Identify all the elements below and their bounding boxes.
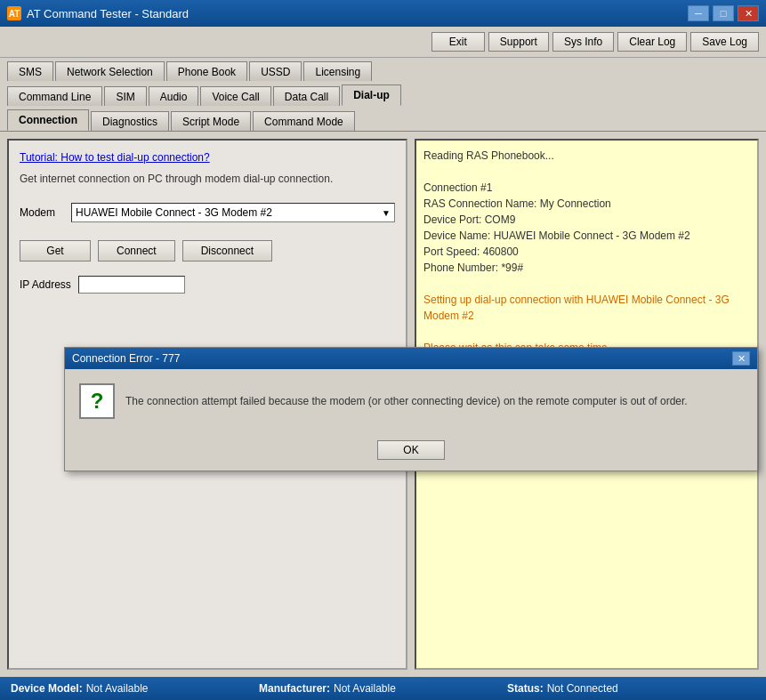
ip-row: IP Address xyxy=(20,276,395,294)
window-title: AT Command Tester - Standard xyxy=(27,7,189,20)
tab-network-selection[interactable]: Network Selection xyxy=(55,61,165,81)
tab-voice-call[interactable]: Voice Call xyxy=(200,86,270,106)
window-controls: ─ □ ✕ xyxy=(688,5,759,21)
manufacturer-label: Manufacturer: xyxy=(259,682,330,695)
dialog-titlebar: Connection Error - 777 ✕ xyxy=(65,348,757,369)
tab-row-2: Command Line SIM Audio Voice Call Data C… xyxy=(7,81,759,106)
log-line-11 xyxy=(423,324,750,340)
action-buttons: Get Connect Disconnect xyxy=(20,240,395,261)
log-line-1: Reading RAS Phonebook... xyxy=(423,148,750,164)
log-line-5: Device Port: COM9 xyxy=(423,212,750,228)
tabs-row1: SMS Network Selection Phone Book USSD Li… xyxy=(0,58,766,81)
error-dialog: Connection Error - 777 ✕ ? The connectio… xyxy=(64,347,758,471)
dropdown-arrow-icon: ▼ xyxy=(382,208,391,218)
tab-ussd[interactable]: USSD xyxy=(249,61,302,81)
log-line-4: RAS Connection Name: My Connection xyxy=(423,196,750,212)
close-button[interactable]: ✕ xyxy=(738,5,759,21)
tab-connection[interactable]: Connection xyxy=(7,109,89,131)
clearlog-button[interactable]: Clear Log xyxy=(617,32,687,52)
modem-field-row: Modem HUAWEI Mobile Connect - 3G Modem #… xyxy=(20,203,395,222)
ip-label: IP Address xyxy=(20,278,71,291)
tab-phone-book[interactable]: Phone Book xyxy=(166,61,247,81)
dialog-ok-button[interactable]: OK xyxy=(377,440,444,460)
description-text: Get internet connection on PC through mo… xyxy=(20,173,395,185)
tab-sim[interactable]: SIM xyxy=(104,86,146,106)
ip-input[interactable] xyxy=(78,276,185,294)
tab-data-call[interactable]: Data Call xyxy=(273,86,340,106)
app-icon: AT xyxy=(7,6,21,20)
tabs-row3: Connection Diagnostics Script Mode Comma… xyxy=(0,106,766,132)
tab-command-line[interactable]: Command Line xyxy=(7,86,102,106)
toolbar-buttons: Exit Support Sys Info Clear Log Save Log xyxy=(431,32,759,52)
tab-sms[interactable]: SMS xyxy=(7,61,53,81)
savelog-button[interactable]: Save Log xyxy=(690,32,759,52)
tab-dial-up[interactable]: Dial-up xyxy=(342,84,401,106)
minimize-button[interactable]: ─ xyxy=(688,5,709,21)
tutorial-link[interactable]: Tutorial: How to test dial-up connection… xyxy=(20,151,395,164)
dialog-message: The connection attempt failed because th… xyxy=(125,394,743,409)
status-label: Status: xyxy=(507,682,544,695)
maximize-button[interactable]: □ xyxy=(713,5,734,21)
title-bar: AT AT Command Tester - Standard ─ □ ✕ xyxy=(0,0,766,27)
tab-script-mode[interactable]: Script Mode xyxy=(171,111,251,131)
dialog-question-icon: ? xyxy=(79,383,115,419)
tabs-row2: Command Line SIM Audio Voice Call Data C… xyxy=(0,81,766,106)
log-line-2 xyxy=(423,164,750,180)
toolbar: Exit Support Sys Info Clear Log Save Log xyxy=(0,27,766,58)
tab-row-1: SMS Network Selection Phone Book USSD Li… xyxy=(7,58,759,81)
disconnect-button[interactable]: Disconnect xyxy=(182,240,272,261)
modem-label: Modem xyxy=(20,206,64,219)
exit-button[interactable]: Exit xyxy=(431,32,485,52)
tab-audio[interactable]: Audio xyxy=(149,86,199,106)
log-line-8: Phone Number: *99# xyxy=(423,260,750,276)
log-line-6: Device Name: HUAWEI Mobile Connect - 3G … xyxy=(423,228,750,244)
connect-button[interactable]: Connect xyxy=(98,240,175,261)
modem-select-value: HUAWEI Mobile Connect - 3G Modem #2 xyxy=(76,206,272,219)
tab-command-mode[interactable]: Command Mode xyxy=(253,111,355,131)
dialog-close-button[interactable]: ✕ xyxy=(732,351,750,366)
log-line-7: Port Speed: 460800 xyxy=(423,244,750,260)
tab-row-3: Connection Diagnostics Script Mode Comma… xyxy=(7,106,759,131)
dialog-title: Connection Error - 777 xyxy=(72,352,180,365)
dialog-footer: OK xyxy=(65,433,757,471)
status-bar: Device Model: Not Available Manufacturer… xyxy=(0,677,766,700)
support-button[interactable]: Support xyxy=(488,32,549,52)
tab-licensing[interactable]: Licensing xyxy=(303,61,372,81)
log-line-3: Connection #1 xyxy=(423,180,750,196)
tab-diagnostics[interactable]: Diagnostics xyxy=(91,111,169,131)
status-section: Status: Not Connected xyxy=(507,682,755,695)
log-line-10: Setting up dial-up connection with HUAWE… xyxy=(423,292,750,324)
sysinfo-button[interactable]: Sys Info xyxy=(552,32,614,52)
modem-select[interactable]: HUAWEI Mobile Connect - 3G Modem #2 ▼ xyxy=(71,203,395,222)
manufacturer-value: Not Available xyxy=(334,682,396,695)
device-model-label: Device Model: xyxy=(11,682,83,695)
get-button[interactable]: Get xyxy=(20,240,91,261)
title-bar-left: AT AT Command Tester - Standard xyxy=(7,6,189,20)
device-model-value: Not Available xyxy=(86,682,149,695)
dialog-content: ? The connection attempt failed because … xyxy=(65,369,757,433)
manufacturer-section: Manufacturer: Not Available xyxy=(259,682,507,695)
log-line-9 xyxy=(423,276,750,292)
status-value: Not Connected xyxy=(547,682,618,695)
device-model-section: Device Model: Not Available xyxy=(11,682,259,695)
